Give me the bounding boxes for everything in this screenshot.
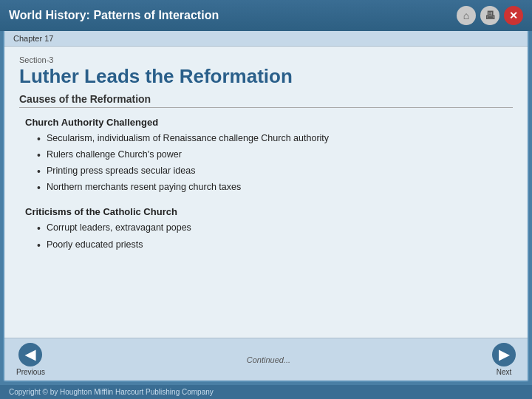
footer-right: ▶ Next	[492, 343, 516, 376]
section-label: Section-3	[19, 55, 513, 64]
subsection-2-list: Corrupt leaders, extravagant popes Poorl…	[37, 222, 513, 251]
footer-left: ◀ Previous	[16, 343, 45, 376]
main-heading: Causes of the Reformation	[19, 93, 513, 108]
next-arrow-icon: ▶	[499, 347, 509, 363]
copyright-text: Copyright © by Houghton Mifflin Harcourt…	[9, 388, 214, 396]
subsection-2-heading: Criticisms of the Catholic Church	[25, 206, 513, 217]
prev-label: Previous	[16, 368, 45, 376]
subsection-1: Church Authority Challenged Secularism, …	[25, 117, 513, 195]
chapter-bar: Chapter 17	[4, 31, 528, 47]
title-icons: ⌂ 🖶 ✕	[457, 6, 523, 25]
list-item: Printing press spreads secular ideas	[37, 165, 513, 178]
close-button[interactable]: ✕	[504, 6, 523, 25]
next-label: Next	[497, 368, 512, 376]
list-item: Northern merchants resent paying church …	[37, 181, 513, 194]
footer: ◀ Previous Continued... ▶ Next	[4, 338, 528, 381]
list-item: Corrupt leaders, extravagant popes	[37, 222, 513, 235]
footer-center: Continued...	[247, 355, 290, 364]
list-item: Poorly educated priests	[37, 239, 513, 252]
next-button[interactable]: ▶	[492, 343, 516, 366]
list-item: Secularism, individualism of Renaissance…	[37, 132, 513, 146]
copyright-bar: Copyright © by Houghton Mifflin Harcourt…	[0, 385, 532, 399]
continued-text: Continued...	[247, 355, 290, 364]
print-icon: 🖶	[485, 10, 495, 21]
content-area: Section-3 Luther Leads the Reformation C…	[4, 47, 528, 338]
close-icon: ✕	[509, 10, 518, 21]
home-button[interactable]: ⌂	[457, 6, 476, 25]
prev-arrow-icon: ◀	[25, 347, 35, 363]
subsection-1-heading: Church Authority Challenged	[25, 117, 513, 128]
app-container: World History: Patterns of Interaction ⌂…	[0, 0, 532, 399]
chapter-label: Chapter 17	[13, 34, 53, 43]
previous-button[interactable]: ◀	[18, 343, 42, 366]
main-content: Chapter 17 Section-3 Luther Leads the Re…	[3, 31, 529, 382]
list-item: Rulers challenge Church's power	[37, 149, 513, 162]
app-title: World History: Patterns of Interaction	[9, 9, 219, 22]
print-button[interactable]: 🖶	[480, 6, 499, 25]
subsection-1-list: Secularism, individualism of Renaissance…	[37, 132, 513, 195]
title-bar: World History: Patterns of Interaction ⌂…	[0, 0, 532, 31]
subsection-2: Criticisms of the Catholic Church Corrup…	[25, 206, 513, 251]
section-title: Luther Leads the Reformation	[19, 66, 513, 87]
home-icon: ⌂	[463, 10, 469, 21]
